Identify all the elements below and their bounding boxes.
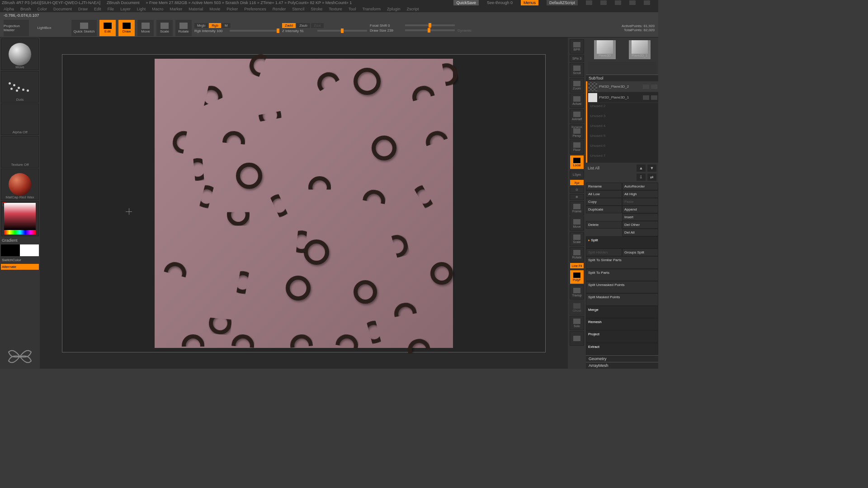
menu-picker[interactable]: Picker bbox=[226, 7, 238, 11]
expand-icon[interactable]: ⊕ bbox=[570, 194, 584, 200]
menu-render[interactable]: Render bbox=[273, 7, 286, 11]
transp-button[interactable]: Transp bbox=[570, 285, 584, 300]
alpha-selector[interactable]: Alpha Off bbox=[1, 103, 39, 135]
groups-split-button[interactable]: Groups Split bbox=[622, 249, 658, 256]
tool-selector[interactable] bbox=[588, 62, 656, 75]
menu-light[interactable]: Light bbox=[137, 7, 146, 11]
menu-color[interactable]: Color bbox=[38, 7, 47, 11]
extract-header[interactable]: Extract bbox=[586, 343, 658, 355]
menu-stroke[interactable]: Stroke bbox=[311, 7, 322, 11]
move-button[interactable]: Move bbox=[137, 20, 154, 36]
color-picker[interactable] bbox=[1, 201, 39, 236]
polypaint-toggle-icon[interactable] bbox=[651, 84, 657, 89]
split-parts-button[interactable]: Split To Parts bbox=[586, 269, 658, 281]
polypaint-toggle-icon[interactable] bbox=[651, 95, 657, 100]
nav-rotate-button[interactable]: Rotate bbox=[570, 247, 584, 262]
canvas-area[interactable] bbox=[40, 38, 568, 369]
scale-button[interactable]: Scale bbox=[156, 20, 173, 36]
primary-color-swatch[interactable] bbox=[20, 244, 39, 256]
alternate-button[interactable]: Alternate bbox=[1, 264, 39, 270]
autoreorder-button[interactable]: AutoReorder bbox=[622, 183, 658, 190]
lsym-button[interactable]: LSym bbox=[570, 170, 584, 178]
z-intensity-slider[interactable]: Z Intensity 51 bbox=[282, 29, 367, 33]
split-unmasked-button[interactable]: Split Unmasked Points bbox=[586, 281, 658, 293]
bpr-button[interactable]: BPR bbox=[570, 39, 584, 54]
solo-button[interactable]: Solo bbox=[570, 316, 584, 330]
arraymesh-header[interactable]: ArrayMesh bbox=[586, 362, 658, 369]
floor-button[interactable]: Floor bbox=[570, 140, 584, 154]
texture-selector[interactable]: Texture Off bbox=[1, 136, 39, 168]
split-header[interactable]: ▸ Split bbox=[586, 236, 658, 249]
stroke-selector[interactable]: Dots bbox=[1, 71, 39, 103]
seethrough-slider[interactable]: See-through 0 bbox=[487, 0, 513, 5]
draw-button[interactable]: Draw bbox=[118, 20, 135, 36]
switchcolor-button[interactable]: SwitchColor bbox=[1, 257, 39, 263]
menu-document[interactable]: Document bbox=[53, 7, 72, 11]
split-similar-button[interactable]: Split To Similar Parts bbox=[586, 256, 658, 268]
menu-layer[interactable]: Layer bbox=[120, 7, 131, 11]
aahalf-button[interactable]: AAHalf bbox=[570, 109, 584, 123]
menu-brush[interactable]: Brush bbox=[20, 7, 31, 11]
window-button-1[interactable] bbox=[586, 0, 592, 5]
split-masked-button[interactable]: Split Masked Points bbox=[586, 293, 658, 305]
spix-slider[interactable]: SPix 3 bbox=[570, 55, 584, 62]
polyf-button[interactable]: PolyF bbox=[570, 270, 584, 284]
zcut-button[interactable]: Zcut bbox=[311, 23, 324, 28]
menus-toggle[interactable]: Menus bbox=[521, 0, 538, 5]
merge-header[interactable]: Merge bbox=[586, 306, 658, 318]
edit-button[interactable]: Edit bbox=[99, 20, 116, 36]
split-hidden-button[interactable]: Split Hidden bbox=[586, 249, 622, 256]
persp-button[interactable]: DynamicPersp bbox=[570, 124, 584, 139]
quicksketch-button[interactable]: Quick Sketch bbox=[71, 20, 97, 36]
secondary-color-swatch[interactable] bbox=[1, 244, 20, 256]
tool-thumb-1[interactable]: Plane3D bbox=[594, 40, 616, 59]
all-low-button[interactable]: All Low bbox=[586, 190, 622, 198]
del-other-button[interactable]: Del Other bbox=[622, 221, 658, 229]
subtool-header[interactable]: SubTool bbox=[586, 75, 658, 81]
zadd-button[interactable]: Zadd bbox=[282, 23, 296, 28]
visibility-toggle-icon[interactable] bbox=[643, 95, 649, 100]
menu-edit[interactable]: Edit bbox=[94, 7, 101, 11]
arrow-down-icon[interactable]: ⇩ bbox=[637, 174, 646, 181]
local-button[interactable]: Local bbox=[570, 155, 584, 169]
menu-material[interactable]: Material bbox=[189, 7, 203, 11]
rename-button[interactable]: Rename bbox=[586, 183, 622, 190]
menu-preferences[interactable]: Preferences bbox=[244, 7, 266, 11]
draw-size-slider[interactable]: Draw Size 239 Dynamic bbox=[370, 28, 472, 33]
visibility-toggle-icon[interactable] bbox=[643, 84, 649, 89]
xyz-button[interactable]: Xyz bbox=[570, 179, 584, 186]
rgb-button[interactable]: Rgb bbox=[209, 23, 221, 28]
gradient-button[interactable]: Gradient bbox=[1, 237, 39, 244]
append-button[interactable]: Append bbox=[622, 206, 658, 213]
defaultscript-button[interactable]: DefaultZScript bbox=[547, 0, 578, 5]
menu-alpha[interactable]: Alpha bbox=[4, 7, 14, 11]
scroll-button[interactable]: Scroll bbox=[570, 63, 584, 77]
subtool-item-1[interactable]: PM3D_Plane3D_1 bbox=[587, 92, 658, 103]
tool-thumb-2[interactable]: Plane3D_1 bbox=[629, 40, 651, 59]
window-button-3[interactable] bbox=[615, 0, 621, 5]
menu-marker[interactable]: Marker bbox=[170, 7, 182, 11]
menu-tool[interactable]: Tool bbox=[349, 7, 356, 11]
m-button[interactable]: M bbox=[222, 23, 231, 28]
projection-master-button[interactable]: Projection Master bbox=[4, 20, 29, 36]
menu-macro[interactable]: Macro bbox=[152, 7, 163, 11]
project-header[interactable]: Project bbox=[586, 330, 658, 343]
ghost-button[interactable]: Ghost bbox=[570, 300, 584, 315]
frame-button[interactable]: Frame bbox=[570, 201, 584, 216]
linefill-button[interactable]: Line Fil bbox=[570, 263, 584, 269]
paste-button[interactable]: Paste bbox=[622, 198, 658, 206]
duplicate-button[interactable]: Duplicate bbox=[586, 206, 622, 213]
geometry-header[interactable]: Geometry bbox=[586, 355, 658, 362]
menu-zplugin[interactable]: Zplugin bbox=[387, 7, 401, 11]
quicksave-button[interactable]: QuickSave bbox=[453, 0, 479, 5]
nav-move-button[interactable]: Move bbox=[570, 216, 584, 231]
zsub-button[interactable]: Zsub bbox=[297, 23, 310, 28]
brush-selector[interactable]: Move bbox=[1, 38, 39, 70]
delete-button[interactable]: Delete bbox=[586, 221, 622, 229]
extra-button[interactable] bbox=[570, 331, 584, 346]
list-all-button[interactable]: List All bbox=[588, 166, 635, 170]
menu-stencil[interactable]: Stencil bbox=[292, 7, 304, 11]
window-close[interactable] bbox=[644, 0, 650, 5]
all-high-button[interactable]: All High bbox=[622, 190, 658, 198]
menu-draw[interactable]: Draw bbox=[78, 7, 88, 11]
